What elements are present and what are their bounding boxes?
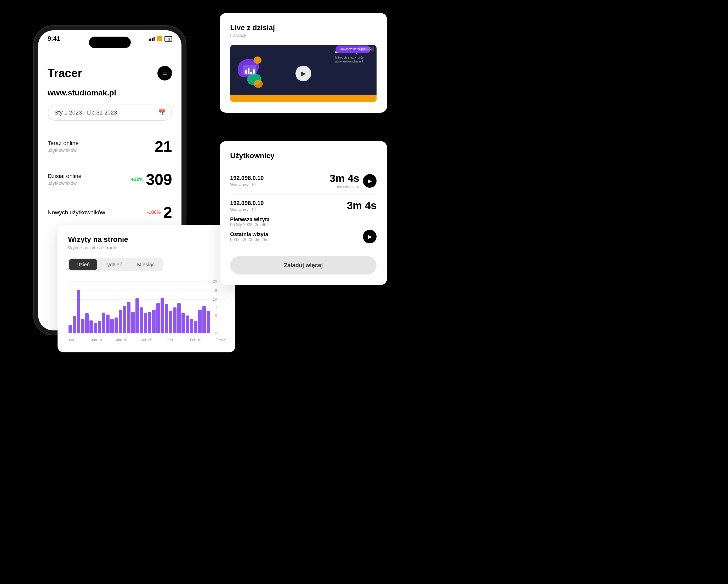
svg-rect-27: [152, 310, 156, 333]
users-card: Użytkownicy 192.098.0.10 Warszawa, PL 3m…: [220, 141, 387, 285]
svg-rect-16: [106, 315, 109, 334]
video-thumbnail[interactable]: Akademia Gry To blog dla graczy i osób z…: [230, 45, 376, 102]
user2-duration: 3m 4s: [347, 200, 376, 211]
stat-new-users: Nowych użytkowników -100% 2: [48, 196, 172, 229]
last-visit-value: 00 Lut 2023, 0m 25s: [230, 237, 268, 242]
x-label-4: Feb 1: [166, 338, 176, 342]
svg-text:10: 10: [213, 297, 217, 301]
stat-label-3: Nowych użytkowników: [48, 209, 105, 216]
stat-value-1: 21: [155, 137, 172, 156]
user2-last-visit: Ostatnia wizyta 00 Lut 2023, 0m 25s ▶: [230, 230, 376, 243]
battery-icon: ||||: [164, 36, 172, 42]
user1-location: Warszawa, PL: [230, 183, 264, 187]
svg-rect-26: [148, 312, 151, 334]
svg-rect-7: [69, 325, 72, 333]
menu-button[interactable]: ☰: [157, 66, 172, 81]
svg-rect-32: [173, 308, 177, 333]
svg-text:15: 15: [213, 288, 217, 293]
svg-rect-15: [102, 313, 105, 333]
svg-rect-10: [81, 319, 84, 333]
chart-title: Wizyty na stronie: [68, 235, 225, 244]
phone-content: Tracer ☰ www.studiomak.pl Sty 1 2023 - L…: [38, 42, 181, 238]
svg-rect-21: [127, 302, 130, 333]
chart-tab-group: Dzień Tydzień Miesiąc: [68, 258, 163, 271]
svg-rect-31: [169, 311, 172, 333]
svg-rect-12: [89, 320, 93, 334]
x-label-6: Feb 2: [215, 338, 225, 342]
chart-subtitle: Wykres wizyt na stronie: [68, 245, 225, 251]
video-text-area: Akademia Gry To blog dla graczy i osób z…: [335, 50, 371, 63]
svg-rect-13: [94, 323, 97, 334]
stat-sublabel-2: użytkowników: [48, 181, 82, 186]
tab-day[interactable]: Dzień: [69, 259, 97, 270]
x-axis-labels: Jan 1 Jan 10 Jan 20 Jan 30 Feb 1 Feb 10 …: [68, 338, 225, 342]
svg-rect-9: [77, 290, 80, 333]
user2-row-top: 192.098.0.10 Warszawa, PL 3m 4s: [230, 200, 376, 212]
phone-header: Tracer ☰: [48, 66, 172, 81]
calendar-icon: 📅: [158, 109, 165, 116]
users-title: Użytkownicy: [230, 152, 376, 160]
svg-text:0: 0: [215, 331, 217, 336]
x-label-2: Jan 20: [116, 338, 127, 342]
svg-rect-30: [165, 304, 168, 333]
svg-rect-37: [194, 321, 198, 333]
user2-first-visit: Pierwsza wizyta 00 Sty 2023, 2m 46s: [230, 216, 376, 227]
user1-duration: 3m 4s: [330, 172, 359, 184]
user-row-2: 192.098.0.10 Warszawa, PL 3m 4s Pierwsza…: [230, 194, 376, 249]
svg-rect-19: [119, 310, 122, 333]
stat-badge-3: -100%: [147, 210, 161, 215]
stat-online-today: Dzisiaj online użytkowników +12% 309: [48, 163, 172, 196]
stat-online-now: Teraz online użytkowników 21: [48, 130, 172, 163]
svg-rect-39: [202, 306, 206, 334]
svg-rect-33: [177, 303, 181, 334]
phone-time: 9:41: [48, 35, 60, 42]
stat-label-2: Dzisiaj online: [48, 173, 82, 180]
app-title: Tracer: [48, 67, 82, 80]
chart-card: Wizyty na stronie Wykres wizyt na stroni…: [57, 225, 235, 352]
user-row-1: 192.098.0.10 Warszawa, PL 3m 4s ostatnia…: [230, 167, 376, 194]
svg-rect-29: [160, 298, 164, 333]
svg-rect-20: [123, 306, 126, 334]
first-visit-label: Pierwsza wizyta: [230, 216, 376, 222]
signal-icon: [149, 36, 155, 41]
website-url: www.studiomak.pl: [48, 88, 172, 97]
live-card: Live z dzisiaj Losowy Akademia Gry To: [220, 13, 387, 113]
svg-rect-24: [140, 308, 143, 333]
user2-ip: 192.098.0.10: [230, 200, 264, 207]
user2-location: Warszawa, PL: [230, 208, 264, 212]
svg-rect-28: [156, 303, 160, 334]
load-more-button[interactable]: Załaduj więcej: [230, 256, 376, 274]
svg-text:5: 5: [215, 314, 217, 318]
user2-play-button[interactable]: ▶: [363, 230, 376, 243]
last-visit-label: Ostatnia wizyta: [230, 231, 268, 237]
date-range-picker[interactable]: Sty 1 2023 - Lip 31 2023 📅: [48, 105, 172, 121]
tab-month[interactable]: Miesiąc: [130, 259, 162, 270]
live-subtitle: Losowy: [230, 33, 376, 38]
user1-play-button[interactable]: ▶: [363, 174, 376, 188]
svg-rect-18: [114, 318, 118, 334]
x-label-0: Jan 1: [68, 338, 77, 342]
user1-duration-sub: ostatnia sesja: [330, 185, 359, 189]
video-top-bar-text: Tapnięcie: [361, 48, 372, 51]
x-label-3: Jan 30: [141, 338, 152, 342]
svg-rect-34: [181, 313, 185, 333]
tab-week[interactable]: Tydzień: [97, 259, 130, 270]
svg-rect-8: [73, 316, 76, 333]
svg-text:20: 20: [213, 279, 217, 284]
svg-rect-40: [207, 311, 210, 333]
x-label-1: Jan 10: [91, 338, 102, 342]
svg-text:7: 7: [215, 306, 217, 310]
video-play-button[interactable]: ▶: [295, 65, 311, 81]
svg-rect-35: [186, 316, 189, 333]
hamburger-icon: ☰: [162, 70, 167, 77]
svg-rect-17: [110, 319, 114, 333]
svg-rect-36: [190, 319, 193, 333]
stat-2-wrapper: +12% 309: [131, 170, 172, 188]
svg-rect-23: [135, 298, 139, 333]
stat-3-wrapper: -100% 2: [147, 203, 172, 221]
user1-duration-area: 3m 4s ostatnia sesja ▶: [330, 172, 376, 189]
stat-label-1: Teraz online: [48, 140, 79, 147]
svg-rect-38: [198, 310, 202, 333]
dynamic-island: [89, 36, 131, 48]
svg-rect-22: [131, 312, 135, 334]
